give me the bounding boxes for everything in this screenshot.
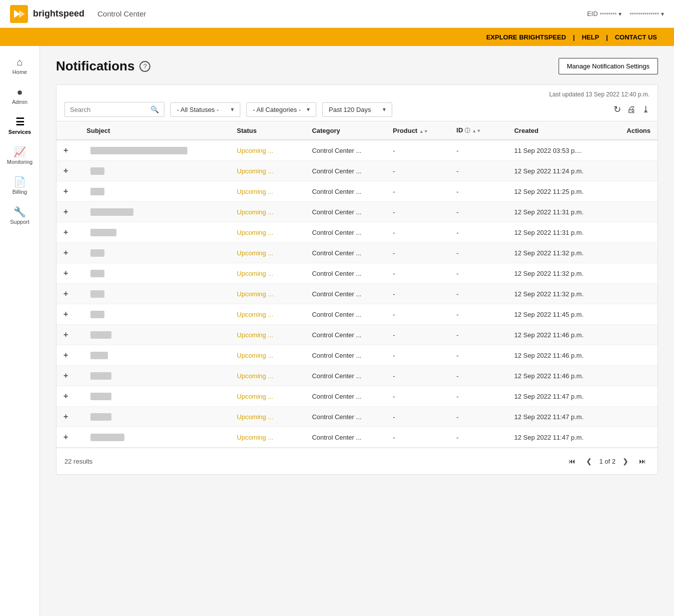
expand-cell[interactable]: +	[56, 222, 79, 243]
expand-cell[interactable]: +	[56, 181, 79, 202]
id-cell: -	[450, 202, 508, 222]
explore-link[interactable]: EXPLORE BRIGHTSPEED	[479, 33, 573, 41]
expand-cell[interactable]: +	[56, 140, 79, 161]
app-title: Control Center	[97, 9, 146, 18]
created-cell: 12 Sep 2022 11:32 p.m.	[507, 263, 611, 284]
sidebar-item-billing[interactable]: 📄 Billing	[0, 171, 39, 201]
expand-cell[interactable]: +	[56, 325, 79, 345]
id-cell: -	[450, 386, 508, 407]
created-cell: 12 Sep 2022 11:24 p.m.	[507, 161, 611, 181]
status-cell: Upcoming ...	[230, 140, 305, 161]
id-cell: -	[450, 181, 508, 202]
created-cell: 12 Sep 2022 11:46 p.m.	[507, 325, 611, 345]
category-cell: Control Center ...	[305, 304, 386, 325]
monitoring-icon: 📈	[13, 147, 26, 157]
actions-cell	[611, 140, 658, 161]
expand-cell[interactable]: +	[56, 284, 79, 304]
category-filter-label: - All Categories -	[253, 106, 301, 113]
category-cell: Control Center ...	[305, 202, 386, 222]
date-filter[interactable]: Past 120 Days ▾	[322, 102, 392, 117]
status-badge: Upcoming ...	[237, 147, 273, 154]
table-row: + test765 Upcoming ... Control Center ..…	[56, 386, 658, 407]
category-filter[interactable]: - All Categories - ▾	[246, 102, 316, 117]
expand-icon[interactable]: +	[63, 412, 68, 421]
actions-cell	[611, 202, 658, 222]
created-cell: 12 Sep 2022 11:47 p.m.	[507, 427, 611, 448]
expand-cell[interactable]: +	[56, 386, 79, 407]
manage-notifications-button[interactable]: Manage Notification Settings	[559, 58, 658, 74]
print-icon[interactable]: 🖨	[627, 104, 636, 115]
search-input[interactable]	[70, 106, 147, 113]
help-icon[interactable]: ?	[139, 61, 150, 72]
status-badge: Upcoming ...	[237, 372, 273, 380]
expand-cell[interactable]: +	[56, 263, 79, 284]
category-cell: Control Center ...	[305, 427, 386, 448]
expand-icon[interactable]: +	[63, 351, 68, 359]
expand-icon[interactable]: +	[63, 289, 68, 298]
expand-icon[interactable]: +	[63, 207, 68, 216]
expand-cell[interactable]: +	[56, 407, 79, 427]
expand-icon[interactable]: +	[63, 228, 68, 236]
sidebar-label-support: Support	[10, 219, 29, 225]
search-box[interactable]: 🔍	[64, 102, 164, 117]
category-cell: Control Center ...	[305, 407, 386, 427]
sidebar-label-home: Home	[12, 69, 27, 75]
actions-cell	[611, 304, 658, 325]
first-page-button[interactable]: ⏮	[565, 454, 579, 468]
expand-icon[interactable]: +	[63, 187, 68, 195]
expand-cell[interactable]: +	[56, 304, 79, 325]
sidebar-item-services[interactable]: ☰ Services	[0, 111, 39, 141]
expand-cell[interactable]: +	[56, 427, 79, 448]
id-cell: -	[450, 325, 508, 345]
id-sort-icon[interactable]: ▲▼	[472, 129, 481, 133]
expand-icon[interactable]: +	[63, 392, 68, 400]
contact-link[interactable]: CONTACT US	[608, 33, 664, 41]
status-cell: Upcoming ...	[230, 407, 305, 427]
expand-icon[interactable]: +	[63, 146, 68, 154]
expand-cell[interactable]: +	[56, 202, 79, 222]
table-footer: 22 results ⏮ ❮ 1 of 2 ❯ ⏭	[56, 448, 658, 474]
download-icon[interactable]: ⤓	[642, 104, 650, 115]
sidebar-item-home[interactable]: ⌂ Home	[0, 51, 39, 81]
expand-cell[interactable]: +	[56, 243, 79, 263]
status-filter[interactable]: - All Statuses - ▾	[170, 102, 240, 117]
expand-icon[interactable]: +	[63, 166, 68, 175]
status-cell: Upcoming ...	[230, 325, 305, 345]
category-cell: Control Center ...	[305, 345, 386, 366]
created-cell: 12 Sep 2022 11:46 p.m.	[507, 345, 611, 366]
sidebar-item-support[interactable]: 🔧 Support	[0, 201, 39, 231]
table-header-row: Subject Status Category Product ▲▼ ID ⓘ …	[56, 121, 658, 140]
user-selector[interactable]: •••••••••••••• ▾	[630, 10, 664, 17]
subject-cell: test345	[79, 366, 230, 386]
id-cell: -	[450, 304, 508, 325]
prev-page-button[interactable]: ❮	[582, 454, 596, 468]
actions-cell	[611, 243, 658, 263]
eid-label: EID	[587, 10, 598, 17]
expand-cell[interactable]: +	[56, 161, 79, 181]
expand-icon[interactable]: +	[63, 371, 68, 380]
subject-cell: test1	[79, 304, 230, 325]
id-info-icon[interactable]: ⓘ	[465, 127, 470, 133]
expand-icon[interactable]: +	[63, 269, 68, 277]
expand-icon[interactable]: +	[63, 310, 68, 318]
expand-icon[interactable]: +	[63, 433, 68, 441]
eid-selector[interactable]: EID •••••••• ▾	[587, 10, 622, 17]
help-link[interactable]: HELP	[575, 33, 606, 41]
expand-icon[interactable]: +	[63, 248, 68, 257]
search-icon[interactable]: 🔍	[150, 105, 159, 113]
next-page-button[interactable]: ❯	[619, 454, 633, 468]
expand-cell[interactable]: +	[56, 366, 79, 386]
sidebar-label-services: Services	[8, 129, 31, 135]
admin-icon: ●	[16, 87, 22, 97]
product-sort-icon[interactable]: ▲▼	[419, 129, 428, 134]
status-cell: Upcoming ...	[230, 304, 305, 325]
subject-cell: message	[79, 222, 230, 243]
sidebar-item-admin[interactable]: ● Admin	[0, 81, 39, 111]
expand-icon[interactable]: +	[63, 330, 68, 339]
actions-cell	[611, 161, 658, 181]
expand-cell[interactable]: +	[56, 345, 79, 366]
sidebar-item-monitoring[interactable]: 📈 Monitoring	[0, 141, 39, 171]
refresh-icon[interactable]: ↻	[614, 104, 621, 115]
table-row: + Sunday 9/11 Amanda test mess... Upcomi…	[56, 140, 658, 161]
last-page-button[interactable]: ⏭	[636, 454, 650, 468]
